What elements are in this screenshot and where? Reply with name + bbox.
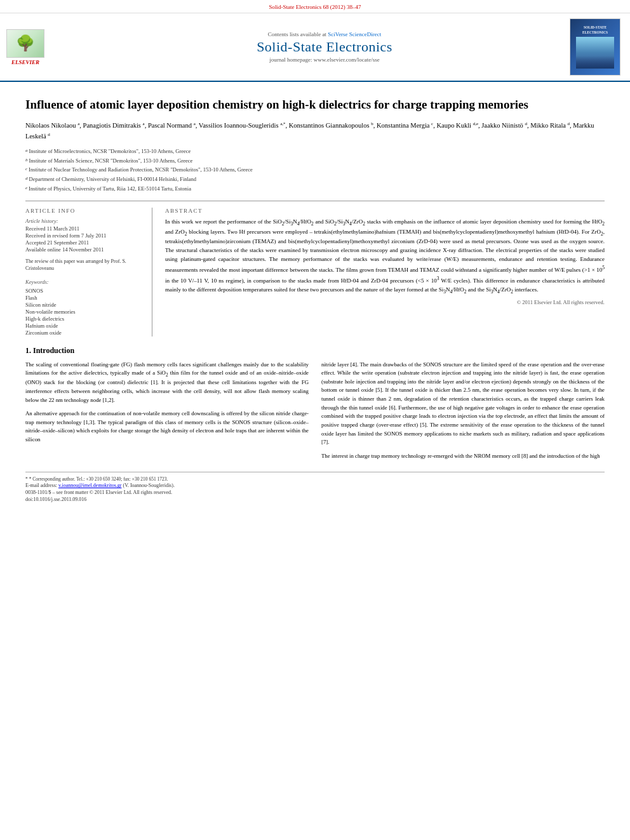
authors-text: Nikolaos Nikolaou a, Panagiotis Dimitrak… bbox=[25, 122, 594, 140]
affiliation-b: b Institute of Materials Science, NCSR "… bbox=[25, 157, 605, 166]
journal-header: ELSEVIER Contents lists available at Sci… bbox=[0, 13, 630, 82]
email-label: E-mail address: bbox=[25, 483, 57, 488]
sciverse-anchor[interactable]: SciVerse ScienceDirect bbox=[328, 31, 381, 37]
received-date: Received 11 March 2011 bbox=[25, 225, 144, 232]
keyword-zirconium-oxide: Zirconium oxide bbox=[25, 330, 144, 336]
article-title: Influence of atomic layer deposition che… bbox=[25, 97, 605, 113]
elsevier-text: ELSEVIER bbox=[11, 59, 39, 65]
review-note: The review of this paper was arranged by… bbox=[25, 258, 144, 272]
journal-homepage: journal homepage: www.elsevier.com/locat… bbox=[269, 57, 379, 63]
affiliation-c: c Institute of Nuclear Technology and Ra… bbox=[25, 166, 605, 175]
sciverse-link: Contents lists available at SciVerse Sci… bbox=[268, 31, 382, 37]
affiliation-e-text: Institute of Physics, University of Tart… bbox=[29, 185, 191, 194]
section-1-heading: Introduction bbox=[33, 346, 74, 355]
abstract-label: ABSTRACT bbox=[165, 208, 605, 214]
accepted-text: Accepted 21 September 2011 bbox=[25, 239, 144, 246]
issn-line: 0038-1101/$ – see front matter © 2011 El… bbox=[25, 490, 605, 495]
journal-citation: Solid-State Electronics 68 (2012) 38–47 bbox=[269, 4, 361, 10]
elsevier-logo-graphic bbox=[6, 29, 44, 58]
available-date: Available online 14 November 2011 bbox=[25, 246, 144, 253]
keyword-nvm: Non-volatile memories bbox=[25, 309, 144, 315]
body-col-right: nitride layer [4]. The main drawbacks of… bbox=[321, 361, 605, 466]
keyword-high-k: High-k dielectrics bbox=[25, 316, 144, 322]
article-info-abstract: ARTICLE INFO Article history: Received 1… bbox=[25, 201, 605, 336]
abstract-column: ABSTRACT In this work we report the perf… bbox=[165, 208, 605, 336]
journal-cover-area: SOLID-STATE ELECTRONICS bbox=[566, 18, 624, 76]
review-note-text: The review of this paper was arranged by… bbox=[25, 258, 126, 271]
keywords-section: Keywords: SONOS Flash Silicon nitride No… bbox=[25, 279, 144, 336]
received-revised-date: Received in revised form 7 July 2011 bbox=[25, 232, 144, 239]
intro-para-2: An alternative approach for the continua… bbox=[25, 410, 309, 444]
journal-cover: SOLID-STATE ELECTRONICS bbox=[570, 18, 620, 76]
email-footnote: E-mail address: v.ioannou@imel.demokrito… bbox=[25, 483, 605, 488]
affiliation-a-text: Institute of Microelectronics, NCSR "Dem… bbox=[29, 147, 191, 156]
affiliation-e: e Institute of Physics, University of Ta… bbox=[25, 185, 605, 194]
corresponding-email[interactable]: v.ioannou@imel.demokritos.gr bbox=[58, 483, 122, 488]
journal-top-bar: Solid-State Electronics 68 (2012) 38–47 bbox=[0, 0, 630, 13]
keyword-silicon-nitride: Silicon nitride bbox=[25, 302, 144, 308]
keyword-hafnium-oxide: Hafnium oxide bbox=[25, 323, 144, 329]
main-content: Influence of atomic layer deposition che… bbox=[0, 82, 630, 512]
cover-title: SOLID-STATE ELECTRONICS bbox=[573, 25, 617, 34]
accepted-date: Accepted 21 September 2011 bbox=[25, 239, 144, 246]
affiliations: a Institute of Microelectronics, NCSR "D… bbox=[25, 147, 605, 193]
elsevier-logo: ELSEVIER bbox=[6, 29, 44, 65]
article-info-label: ARTICLE INFO bbox=[25, 208, 144, 214]
elsevier-branding: ELSEVIER bbox=[6, 18, 83, 76]
intro-para-4: The interest in charge trap memory techn… bbox=[321, 452, 605, 461]
contents-available-text: Contents lists available at bbox=[268, 31, 326, 37]
affiliation-c-text: Institute of Nuclear Technology and Radi… bbox=[29, 166, 253, 175]
corresponding-text: * Corresponding author. Tel.: +30 210 65… bbox=[29, 476, 168, 482]
cover-image bbox=[576, 37, 614, 69]
doi-line: doi:10.1016/j.sse.2011.09.016 bbox=[25, 497, 605, 502]
email-person: (V. Ioannou-Sougleridis). bbox=[123, 483, 174, 488]
article-footer: * * Corresponding author. Tel.: +30 210 … bbox=[25, 472, 605, 502]
affiliation-a: a Institute of Microelectronics, NCSR "D… bbox=[25, 147, 605, 156]
authors-line: Nikolaos Nikolaou a, Panagiotis Dimitrak… bbox=[25, 121, 605, 143]
history-label: Article history: bbox=[25, 218, 144, 224]
section-1-number: 1. bbox=[25, 346, 31, 355]
journal-header-center: Contents lists available at SciVerse Sci… bbox=[89, 18, 560, 76]
abstract-text: In this work we report the performance o… bbox=[165, 218, 605, 295]
affiliation-d: d Department of Chemistry, University of… bbox=[25, 175, 605, 184]
intro-para-3: nitride layer [4]. The main drawbacks of… bbox=[321, 361, 605, 447]
affiliation-d-text: Department of Chemistry, University of H… bbox=[29, 175, 197, 184]
body-two-col: The scaling of conventional floating-gat… bbox=[25, 361, 605, 466]
body-col-left: The scaling of conventional floating-gat… bbox=[25, 361, 309, 466]
intro-para-1: The scaling of conventional floating-gat… bbox=[25, 361, 309, 405]
copyright-line: © 2011 Elsevier Ltd. All rights reserved… bbox=[165, 299, 605, 305]
keywords-label: Keywords: bbox=[25, 279, 144, 285]
journal-name: Solid-State Electronics bbox=[257, 39, 392, 55]
section-1-title: 1. Introduction bbox=[25, 346, 605, 356]
affiliation-b-text: Institute of Materials Science, NCSR "De… bbox=[29, 157, 193, 166]
received-revised-text: Received in revised form 7 July 2011 bbox=[25, 232, 144, 239]
keyword-sonos: SONOS bbox=[25, 288, 144, 294]
keyword-flash: Flash bbox=[25, 295, 144, 301]
available-text: Available online 14 November 2011 bbox=[25, 246, 144, 253]
received-text: Received 11 March 2011 bbox=[25, 225, 144, 232]
article-info-column: ARTICLE INFO Article history: Received 1… bbox=[25, 208, 152, 336]
corresponding-note: * * Corresponding author. Tel.: +30 210 … bbox=[25, 476, 605, 482]
